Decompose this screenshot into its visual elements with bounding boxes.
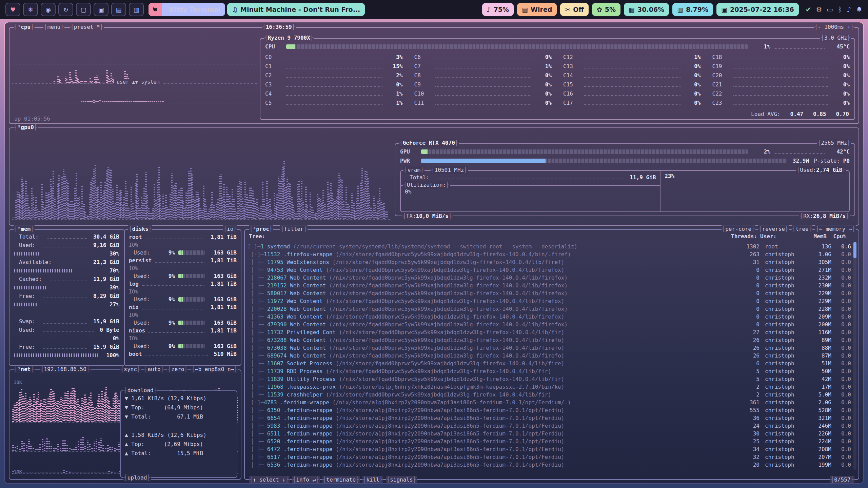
process-scrollbar[interactable] [853, 242, 856, 470]
workspace-5[interactable]: ▢ [76, 3, 91, 16]
bluetooth-icon[interactable]: ᛒ [838, 5, 842, 14]
process-row[interactable]: │ ├─ 11607 Socket Process (/nix/store/fq… [248, 360, 851, 367]
display-icon[interactable]: ▭ [827, 5, 833, 14]
net-button-4[interactable]: ←b enp8s0 n→ [191, 366, 238, 373]
scrollbar-thumb[interactable] [853, 242, 856, 258]
clock-widget[interactable]: ▣2025-07-22 16:36 [716, 3, 799, 16]
music-player-widget[interactable]: ♫ Minuit Machine - Don't Run Fro... [227, 3, 365, 16]
process-row[interactable]: │ ├─ 11839 Utility Process (/nix/store/f… [248, 375, 851, 383]
audio-icon[interactable]: ♪ [847, 5, 851, 14]
process-panel: ⁴proc filter per-core reverse tree ← mem… [244, 229, 859, 480]
net-button-2[interactable]: auto [144, 366, 165, 373]
cpu-usage-value: 5% [605, 6, 616, 13]
upload-stat: ▲ Total: 15,5 MiB [125, 449, 233, 458]
terminate-button[interactable]: terminate [322, 476, 360, 483]
preset-button[interactable]: preset * [70, 23, 104, 31]
process-row[interactable]: │ ├─ 41363 Web Content (/nix/store/fqadd… [248, 313, 851, 321]
process-row[interactable]: │ ├─ 218067 Web Content (/nix/store/fqad… [248, 274, 851, 282]
process-row[interactable]: │ ├─ 6350 .ferdium-wrappe (/nix/store/a1… [248, 406, 851, 414]
process-row[interactable]: │ ├─ 6536 .ferdium-wrappe (/nix/store/a1… [248, 461, 851, 469]
process-row[interactable]: │ ├─ 11972 Web Content (/nix/store/fqadd… [248, 297, 851, 305]
disk-io-label: IO% [129, 334, 237, 342]
core-row: C140% [563, 71, 701, 80]
info-button[interactable]: info ↵ [292, 476, 320, 483]
volume-widget[interactable]: ♪75% [482, 3, 514, 16]
process-row[interactable]: │ ├─ 11739 RDD Process (/nix/store/fqadd… [248, 367, 851, 375]
process-row[interactable]: │ ├─ 6654 .ferdium-wrappe (/nix/store/a1… [248, 414, 851, 422]
disk-used-row: Used:9%163 GiB [129, 319, 237, 327]
status-widgets: ♪75%▤Wired✂Off✿5%▦30.06%▥8.79%▣2025-07-2… [482, 3, 863, 16]
download-stats: ▼ 1,61 KiB/s (12,9 Kibps)▼ Top: (64,9 Mi… [125, 394, 233, 421]
disk-usage-widget[interactable]: ▥8.79% [672, 3, 713, 16]
io-mode-button[interactable]: io [223, 225, 237, 233]
idle-inhibit-widget[interactable]: ✂Off [560, 3, 588, 16]
workspace-4-reload[interactable]: ↻ [58, 3, 73, 16]
process-row[interactable]: │ ├─ 94753 Web Content (/nix/store/fqadd… [248, 266, 851, 274]
interval-plus-button[interactable]: + [847, 23, 851, 31]
kitty-terminal-window: ¹cpu menu preset * 16:36:59 - 1000ms + u… [4, 22, 864, 484]
process-row[interactable]: [-]─1 systemd (/run/current-system/syste… [248, 243, 851, 250]
signals-button[interactable]: signals [386, 476, 417, 483]
net-button-1[interactable]: sync [120, 366, 141, 373]
process-row[interactable]: │ ├─ 6472 .ferdium-wrappe (/nix/store/a1… [248, 445, 851, 453]
process-row[interactable]: [-]─4783 .ferdium-wrappe (/nix/store/a1p… [248, 399, 851, 406]
gpu-rx-rate: RX: 26,8 MiB/s [799, 212, 850, 220]
workspace-6[interactable]: ▣ [94, 3, 108, 16]
disk-used-meter [178, 344, 205, 348]
process-row[interactable]: │ ├─ 11732 Privileged Cont (/nix/store/f… [248, 328, 851, 336]
menu-button[interactable]: menu [43, 23, 64, 31]
network-widget[interactable]: ▤Wired [517, 3, 557, 16]
workspace-switcher: ♥❄◉↻▢▣▤▥ [5, 3, 144, 16]
process-row[interactable]: │ ├─ 220028 Web Content (/nix/store/fqad… [248, 305, 851, 313]
tree-button[interactable]: tree [792, 225, 813, 233]
disks-panel-title: disks [128, 225, 152, 233]
process-row[interactable]: │ ├─ 219152 Web Content (/nix/store/fqad… [248, 282, 851, 289]
kill-button[interactable]: kill [362, 476, 383, 483]
disk-row: nixos1,81 TiB [129, 327, 237, 334]
status-ok-icon[interactable]: ✔ [806, 5, 811, 14]
process-row[interactable]: │ ├─ 673288 Web Content (/nix/store/fqad… [248, 336, 851, 344]
disk-row: nix1,81 TiB [129, 303, 237, 311]
disk-used-row: Used:9%163 GiB [129, 272, 237, 280]
settings-icon[interactable]: ⚙ [816, 5, 822, 14]
select-buttons[interactable]: ↑ select ↓ [249, 476, 290, 483]
process-row[interactable]: │ ├─ 580017 Web Content (/nix/store/fqad… [248, 289, 851, 297]
disk-io-label: IO% [129, 311, 237, 319]
cpu-graph-legend: user ▲▼ system [114, 79, 162, 85]
workspace-3[interactable]: ◉ [41, 3, 56, 16]
process-row[interactable]: │ ├─ 6517 .ferdium-wrappe (/nix/store/a1… [248, 453, 851, 461]
process-row[interactable]: │ ├─ 6520 .ferdium-wrappe (/nix/store/a1… [248, 438, 851, 445]
notifications-bell-icon[interactable] [856, 6, 863, 13]
reverse-button[interactable]: reverse [758, 225, 789, 233]
filter-button[interactable]: filter [280, 225, 308, 233]
sort-selector[interactable]: ← memory → [815, 225, 856, 233]
gpu-history-graph [12, 137, 391, 222]
interval-minus-button[interactable]: - [818, 23, 821, 31]
process-row[interactable]: │ ├─ 11968 .keepassxc-prox (/nix/store/b… [248, 383, 851, 391]
workspace-8[interactable]: ▥ [129, 3, 144, 16]
vram-utilization-value: 0% [405, 188, 656, 195]
process-row[interactable]: │ ├─ 6511 .ferdium-wrappe (/nix/store/a1… [248, 430, 851, 438]
disk-row: root1,81 TiB [129, 233, 237, 241]
net-button-3[interactable]: zero [167, 366, 188, 373]
active-window-chip[interactable]: Kitty Terminal [149, 3, 225, 16]
process-row[interactable]: │ ├─ 479390 Web Content (/nix/store/fqad… [248, 321, 851, 328]
workspace-1-cat[interactable]: ♥ [5, 3, 20, 16]
memory-usage-widget[interactable]: ▦30.06% [624, 3, 669, 16]
process-row[interactable]: [-]─11532 .firefox-wrappe (/nix/store/fq… [248, 250, 851, 258]
core-row: C210% [712, 80, 850, 89]
cpu-model-label: Ryzen 9 7900X [264, 34, 314, 42]
process-row[interactable]: │ ├─ 11795 WebExtensions (/nix/store/fqa… [248, 258, 851, 266]
cpu-usage-widget[interactable]: ✿5% [592, 3, 620, 16]
process-row[interactable]: │ └─ 11539 crashhelper (/nix/store/fqadd… [248, 391, 851, 399]
per-core-button[interactable]: per-core [722, 225, 755, 233]
process-row[interactable]: │ ├─ 673038 Web Content (/nix/store/fqad… [248, 344, 851, 352]
disk-list: root1,81 TiBIO%Used:9%163 GiBpersist1,81… [125, 230, 241, 361]
process-view-buttons: per-core reverse tree ← memory → [722, 225, 856, 233]
workspace-7[interactable]: ▤ [111, 3, 126, 16]
process-row[interactable]: │ ├─ 689674 Web Content (/nix/store/fqad… [248, 352, 851, 360]
workspace-2-nix[interactable]: ❄ [23, 3, 38, 16]
memory-meter-row: 0% [14, 334, 119, 343]
update-interval: - 1000ms + [814, 23, 854, 31]
process-row[interactable]: │ ├─ 5983 .ferdium-wrappe (/nix/store/a1… [248, 422, 851, 430]
